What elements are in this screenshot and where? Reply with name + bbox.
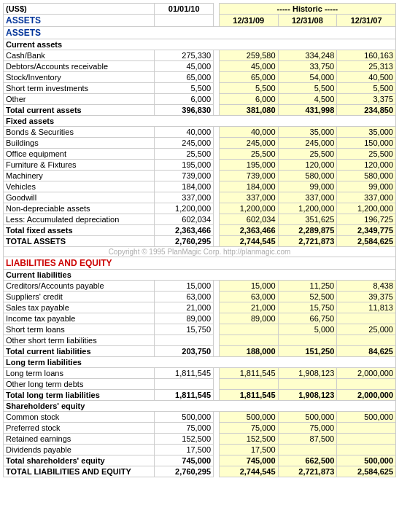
current-value: 203,750 xyxy=(155,346,214,357)
h1-value: 89,000 xyxy=(219,313,278,324)
row-label: Other long term debts xyxy=(4,379,155,390)
h1-value: 5,500 xyxy=(219,83,278,94)
h3-value: 35,000 xyxy=(337,127,396,138)
table-row: Machinery739,000739,000580,000580,000 xyxy=(4,171,396,181)
row-label: Common stock xyxy=(4,412,155,423)
spacer xyxy=(214,466,220,477)
spacer xyxy=(214,127,220,138)
row-label: Total long term liabilities xyxy=(4,390,155,401)
row-label: Total current assets xyxy=(4,105,155,116)
spacer xyxy=(214,346,220,357)
table-row: Bonds & Securities40,00040,00035,00035,0… xyxy=(4,127,396,138)
h2-value: 662,500 xyxy=(278,455,337,466)
spacer xyxy=(214,171,220,181)
spacer xyxy=(214,181,220,192)
h3-value xyxy=(337,335,396,346)
h1-value: 500,000 xyxy=(219,412,278,423)
row-label: Cash/Bank xyxy=(4,50,155,61)
section-header-label: Shareholders' equity xyxy=(4,401,396,412)
spacer xyxy=(214,203,220,214)
h1-value: 2,363,466 xyxy=(219,225,278,236)
current-value: 195,000 xyxy=(155,160,214,171)
section-header-row: Long term liabilities xyxy=(4,357,396,368)
h1-value: 195,000 xyxy=(219,160,278,171)
h1-value: 25,500 xyxy=(219,149,278,160)
spacer xyxy=(214,61,220,72)
row-label: Machinery xyxy=(4,171,155,181)
table-row: Total current assets396,830381,080431,99… xyxy=(4,105,396,116)
spacer xyxy=(214,236,220,247)
section-header-row: Current liabilities xyxy=(4,270,396,281)
h1-value: 152,500 xyxy=(219,434,278,445)
h3-value: 196,725 xyxy=(337,214,396,225)
spacer xyxy=(214,225,220,236)
h3-value: 500,000 xyxy=(337,455,396,466)
spacer xyxy=(214,423,220,434)
h2-value: 54,000 xyxy=(278,72,337,83)
h3-value: 8,438 xyxy=(337,281,396,292)
table-row: Sales tax payable21,00021,00015,75011,81… xyxy=(4,302,396,313)
h3-value: 2,000,000 xyxy=(337,390,396,401)
spacer xyxy=(214,83,220,94)
row-label: Bonds & Securities xyxy=(4,127,155,138)
current-value: 1,200,000 xyxy=(155,203,214,214)
h1-value: 17,500 xyxy=(219,445,278,455)
h3-value: 39,375 xyxy=(337,292,396,302)
current-value: 65,000 xyxy=(155,72,214,83)
current-value: 25,500 xyxy=(155,149,214,160)
table-row: Preferred stock75,00075,00075,000 xyxy=(4,423,396,434)
table-row: Other long term debts xyxy=(4,379,396,390)
current-value: 245,000 xyxy=(155,138,214,149)
h2-value: 87,500 xyxy=(278,434,337,445)
h3-value: 150,000 xyxy=(337,138,396,149)
spacer xyxy=(214,292,220,302)
spacer xyxy=(214,192,220,203)
h2-value: 351,625 xyxy=(278,214,337,225)
table-row: Total fixed assets2,363,4662,363,4662,28… xyxy=(4,225,396,236)
h2-value: 15,750 xyxy=(278,302,337,313)
h1-value: 1,811,545 xyxy=(219,368,278,379)
current-value: 63,000 xyxy=(155,292,214,302)
h1-value xyxy=(219,379,278,390)
spacer xyxy=(214,72,220,83)
row-label: Suppliers' credit xyxy=(4,292,155,302)
row-label: Total current liabilities xyxy=(4,346,155,357)
current-value: 75,000 xyxy=(155,423,214,434)
row-label: Furniture & Fixtures xyxy=(4,160,155,171)
h3-value: 40,500 xyxy=(337,72,396,83)
h2-value: 500,000 xyxy=(278,412,337,423)
h2-value: 4,500 xyxy=(278,94,337,105)
current-value: 396,830 xyxy=(155,105,214,116)
current-value: 500,000 xyxy=(155,412,214,423)
row-label: Debtors/Accounts receivable xyxy=(4,61,155,72)
h3-value: 234,850 xyxy=(337,105,396,116)
row-label: Long term loans xyxy=(4,368,155,379)
h1-value: 65,000 xyxy=(219,72,278,83)
h2-value xyxy=(278,335,337,346)
current-value: 2,760,295 xyxy=(155,236,214,247)
table-row: Common stock500,000500,000500,000500,000 xyxy=(4,412,396,423)
current-value: 5,500 xyxy=(155,83,214,94)
h1-value: 2,744,545 xyxy=(219,236,278,247)
h2-value: 2,289,875 xyxy=(278,225,337,236)
h2-value: 151,250 xyxy=(278,346,337,357)
h1-value: 2,744,545 xyxy=(219,466,278,477)
spacer2 xyxy=(214,15,220,27)
spacer xyxy=(214,412,220,423)
current-value: 45,000 xyxy=(155,61,214,72)
row-label: Stock/Inventory xyxy=(4,72,155,83)
section-header-label: Current liabilities xyxy=(4,270,396,281)
spacer xyxy=(214,149,220,160)
h2-value: 66,750 xyxy=(278,313,337,324)
h3-value: 84,625 xyxy=(337,346,396,357)
h1-value: 602,034 xyxy=(219,214,278,225)
spacer xyxy=(214,335,220,346)
current-value: 1,811,545 xyxy=(155,368,214,379)
h1-value: 40,000 xyxy=(219,127,278,138)
h1-value xyxy=(219,324,278,335)
table-row: Cash/Bank275,330259,580334,248160,163 xyxy=(4,50,396,61)
h1-value: 259,580 xyxy=(219,50,278,61)
section-header-row: ASSETS xyxy=(4,27,396,39)
h2-value: 25,500 xyxy=(278,149,337,160)
h1-value: 337,000 xyxy=(219,192,278,203)
